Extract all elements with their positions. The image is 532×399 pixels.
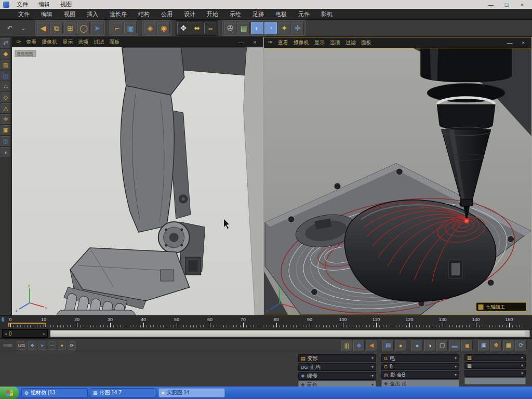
menubar-item[interactable]: 文件: [12, 10, 35, 18]
refresh-icon[interactable]: ⟳: [515, 340, 527, 351]
cursor-mini-icon[interactable]: ➤: [38, 341, 46, 350]
panel-dropdown[interactable]: ❖缓慢▾: [298, 372, 376, 380]
parameter-record-icon[interactable]: ▬: [449, 340, 460, 351]
make-editable-icon[interactable]: ⇄: [1, 38, 11, 48]
viewport-minimize-button[interactable]: —: [237, 39, 246, 45]
panel-dropdown[interactable]: ◎影 金B▾: [381, 371, 459, 379]
host-menu-item[interactable]: 文件: [11, 1, 33, 7]
panel-dropdown[interactable]: ▥▾: [464, 354, 526, 361]
selection-arrow-icon[interactable]: ➤: [91, 22, 103, 34]
viewport-menu-item[interactable]: 选项: [330, 39, 340, 46]
panel-dropdown[interactable]: G8▾: [381, 363, 459, 370]
menubar-item[interactable]: 选长序: [104, 10, 132, 18]
move-tool-icon[interactable]: ✥: [177, 22, 190, 34]
hand-tool-icon[interactable]: ❖: [490, 340, 502, 351]
model-mode-icon[interactable]: ◆: [1, 49, 11, 59]
viewport-menu-item[interactable]: 面板: [109, 38, 119, 46]
frame-number-input[interactable]: ◂ 0 ▸: [2, 329, 48, 338]
key-sphere-icon[interactable]: ●: [395, 340, 406, 351]
viewport-close-button[interactable]: ×: [519, 39, 527, 46]
menubar-item[interactable]: 元件: [292, 10, 315, 18]
dropdown-caret-icon[interactable]: ▾: [521, 371, 523, 376]
viewport-hand-icon[interactable]: ✑: [268, 39, 273, 46]
sphere-mini-icon[interactable]: ●: [58, 341, 66, 350]
menubar-item[interactable]: 示绘: [224, 10, 247, 18]
viewport-menu-item[interactable]: 过滤: [94, 38, 104, 46]
dropdown-caret-icon[interactable]: ▾: [371, 356, 374, 361]
timeline-scrollbar[interactable]: [50, 330, 530, 337]
menubar-item[interactable]: 设计: [178, 10, 201, 18]
viewport-close-button[interactable]: ×: [251, 39, 259, 45]
dropdown-caret-icon[interactable]: ▾: [455, 373, 457, 377]
ug-label-icon[interactable]: UG: [17, 341, 27, 350]
coordinate-system-icon[interactable]: ◈: [144, 22, 156, 34]
panel-dropdown[interactable]: ▾: [464, 370, 526, 377]
panel-dropdown[interactable]: ▦▾: [464, 362, 526, 369]
frame-increment-icon[interactable]: ▸: [43, 331, 45, 336]
menubar-item[interactable]: 插入: [81, 10, 104, 18]
play-backwards-icon[interactable]: ◀: [366, 340, 377, 351]
points-mode-icon[interactable]: ∴: [1, 82, 11, 92]
rotate-tool-icon[interactable]: ⇔: [204, 22, 217, 34]
scale-tool-icon[interactable]: ⬌: [191, 22, 203, 34]
taskbar-task-button[interactable]: ▦冷图 14.7: [90, 388, 156, 397]
panel-dropdown[interactable]: ▤变形▾: [298, 354, 376, 362]
magnet-snap-icon[interactable]: ◖: [1, 147, 11, 157]
taskbar-task-button[interactable]: ◙实图图 14: [158, 388, 225, 397]
undo-icon[interactable]: ↶: [4, 22, 16, 34]
dropdown-caret-icon[interactable]: ▾: [371, 374, 374, 378]
taskbar-task-button[interactable]: ◍祖材仿 (13: [21, 388, 88, 397]
undo-history-icon[interactable]: ◀: [37, 22, 49, 34]
close-button[interactable]: ×: [515, 2, 529, 8]
panel-dropdown[interactable]: ▸: [464, 378, 526, 384]
paste-icon[interactable]: ⊞: [64, 22, 76, 34]
snap-toggle-icon[interactable]: ◎: [1, 136, 11, 147]
viewport-box-icon[interactable]: ▣: [124, 22, 137, 34]
viewport-menu-item[interactable]: 选项: [78, 38, 88, 46]
viewport-menu-item[interactable]: 摄像机: [294, 39, 309, 46]
viewport-menu-item[interactable]: 过滤: [345, 39, 356, 46]
viewport-menu-item[interactable]: 显示: [314, 39, 325, 46]
minimize-button[interactable]: —: [484, 2, 498, 8]
viewport-menu-item[interactable]: 显示: [62, 38, 73, 46]
collapse-mini-icon[interactable]: —: [48, 341, 56, 350]
host-menu-item[interactable]: 编辑: [33, 1, 55, 7]
maximize-button[interactable]: □: [500, 2, 513, 8]
toolbar-expand-caret-icon[interactable]: ⌄: [17, 22, 30, 34]
menubar-item[interactable]: 足跡: [247, 10, 270, 18]
dropdown-caret-icon[interactable]: ▾: [455, 356, 457, 361]
menubar-item[interactable]: 视图: [58, 10, 81, 18]
viewport-hand-icon[interactable]: ✑: [16, 38, 21, 45]
frame-decrement-icon[interactable]: ◂: [5, 331, 7, 336]
menubar-item[interactable]: 开始: [201, 10, 224, 18]
host-menu-item[interactable]: 视图: [55, 1, 77, 7]
dropdown-caret-icon[interactable]: ▾: [521, 355, 523, 360]
viewport-right-canvas[interactable]: x y z 七轴加工: [264, 48, 532, 315]
folder-icon[interactable]: ▦: [503, 340, 514, 351]
dropdown-caret-icon[interactable]: ▾: [455, 364, 457, 369]
dropdown-caret-icon[interactable]: ▾: [371, 365, 374, 369]
polygons-mode-icon[interactable]: △: [1, 103, 11, 114]
snap-mini-icon[interactable]: ❖: [28, 341, 36, 350]
edges-mode-icon[interactable]: ◇: [1, 92, 11, 103]
viewport-menu-item[interactable]: 面板: [361, 39, 371, 46]
timeline-ruler[interactable]: 0 0102030405060708090100110120130140150: [0, 315, 532, 329]
screenshot-camera-icon[interactable]: ✇: [224, 22, 236, 34]
menubar-item[interactable]: 电极: [270, 10, 292, 18]
keyframe-nav-icon[interactable]: ◆: [353, 340, 365, 351]
viewport-filter-icon[interactable]: ▣: [1, 125, 11, 136]
navigation-compass-icon[interactable]: ✛: [291, 22, 304, 34]
screen-capture-icon[interactable]: ▣: [478, 340, 489, 351]
menubar-item[interactable]: 公用: [155, 10, 178, 18]
dropdown-caret-icon[interactable]: ▾: [521, 363, 523, 368]
viewport-menu-item[interactable]: 查看: [26, 38, 36, 46]
menubar-item[interactable]: 结构: [132, 10, 155, 18]
rotate-band-icon[interactable]: ◉: [157, 22, 170, 34]
workplane-mode-icon[interactable]: ◫: [1, 71, 11, 81]
interactive-render-icon[interactable]: ◔: [264, 22, 277, 34]
live-selection-icon[interactable]: ◯: [77, 22, 90, 34]
viewport-menu-item[interactable]: 摄像机: [42, 38, 57, 46]
position-record-icon[interactable]: ●: [411, 340, 423, 351]
preview-range-bracket[interactable]: [8, 323, 46, 327]
texture-mode-icon[interactable]: ▨: [1, 60, 11, 70]
